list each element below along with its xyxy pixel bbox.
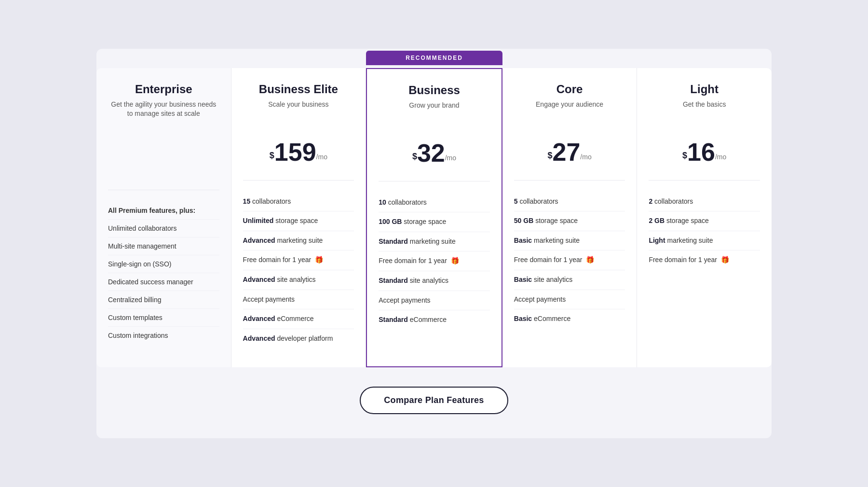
list-item: Centralized billing — [108, 291, 219, 309]
list-item: Light marketing suite — [649, 231, 760, 251]
plan-price-light: $ 16 /mo — [649, 136, 760, 165]
list-item: Basic site analytics — [514, 270, 625, 290]
gift-icon: 🎁 — [721, 255, 729, 265]
list-item: Standard site analytics — [379, 271, 490, 291]
feature-list-light: 2 collaborators2 GB storage spaceLight m… — [649, 192, 760, 270]
list-item: Basic marketing suite — [514, 231, 625, 251]
price-amount-core: 27 — [552, 139, 580, 165]
price-dollar-business: $ — [412, 152, 417, 162]
price-amount-light: 16 — [687, 139, 715, 165]
price-period-core: /mo — [580, 153, 591, 161]
list-item: Single-sign on (SSO) — [108, 255, 219, 273]
plan-col-enterprise: EnterpriseGet the agility your business … — [96, 68, 231, 368]
list-item: Advanced developer platform — [243, 329, 354, 348]
plans-container: EnterpriseGet the agility your business … — [96, 68, 772, 368]
plan-col-light: LightGet the basics $ 16 /mo 2 collabora… — [637, 68, 772, 368]
compare-plan-features-button[interactable]: Compare Plan Features — [360, 387, 508, 414]
plan-tagline-business-elite: Scale your business — [243, 100, 354, 124]
list-item: Free domain for 1 year 🎁 — [243, 250, 354, 270]
plan-tagline-business: Grow your brand — [379, 101, 490, 125]
plan-col-business-elite: Business EliteScale your business $ 159 … — [231, 68, 366, 368]
list-item: 2 collaborators — [649, 192, 760, 212]
plan-name-enterprise: Enterprise — [108, 83, 219, 96]
gift-icon: 🎁 — [586, 255, 594, 265]
plan-tagline-light: Get the basics — [649, 100, 760, 124]
feature-list-business: 10 collaborators100 GB storage spaceStan… — [379, 193, 490, 330]
list-item: All Premium features, plus: — [108, 202, 219, 220]
divider-business — [379, 181, 490, 181]
list-item: Accept payments — [514, 290, 625, 310]
compare-btn-container: Compare Plan Features — [360, 387, 508, 414]
list-item: Standard marketing suite — [379, 232, 490, 252]
divider-business-elite — [243, 180, 354, 181]
list-item: Dedicated success manager — [108, 273, 219, 291]
plan-col-core: CoreEngage your audience $ 27 /mo 5 coll… — [502, 68, 637, 368]
list-item: 15 collaborators — [243, 192, 354, 212]
plan-name-business-elite: Business Elite — [243, 83, 354, 96]
plan-price-business-elite: $ 159 /mo — [243, 136, 354, 165]
plan-col-business: RECOMMENDEDBusinessGrow your brand $ 32 … — [366, 68, 502, 368]
list-item: 50 GB storage space — [514, 211, 625, 231]
price-amount-business: 32 — [417, 140, 445, 166]
divider-enterprise — [108, 190, 219, 190]
list-item: Accept payments — [243, 290, 354, 310]
feature-list-core: 5 collaborators50 GB storage spaceBasic … — [514, 192, 625, 329]
list-item: Unlimited storage space — [243, 211, 354, 231]
list-item: 10 collaborators — [379, 193, 490, 213]
plan-name-light: Light — [649, 83, 760, 96]
list-item: Custom templates — [108, 309, 219, 327]
list-item: Accept payments — [379, 291, 490, 311]
list-item: Advanced site analytics — [243, 270, 354, 290]
price-dollar-core: $ — [547, 151, 552, 161]
recommended-badge: RECOMMENDED — [366, 51, 502, 65]
plan-name-core: Core — [514, 83, 625, 96]
plan-price-core: $ 27 /mo — [514, 136, 625, 165]
list-item: Basic eCommerce — [514, 309, 625, 329]
plan-tagline-enterprise: Get the agility your business needs to m… — [108, 100, 219, 124]
enterprise-features: All Premium features, plus:Unlimited col… — [108, 202, 219, 344]
list-item: Custom integrations — [108, 327, 219, 344]
list-item: Multi-site management — [108, 237, 219, 255]
list-item: Advanced marketing suite — [243, 231, 354, 251]
pricing-wrapper: EnterpriseGet the agility your business … — [96, 49, 772, 439]
plan-price-enterprise — [108, 136, 219, 174]
plan-price-business: $ 32 /mo — [379, 137, 490, 166]
list-item: 100 GB storage space — [379, 212, 490, 232]
gift-icon: 🎁 — [451, 256, 459, 266]
divider-core — [514, 180, 625, 181]
divider-light — [649, 180, 760, 181]
price-dollar-light: $ — [682, 151, 687, 161]
gift-icon: 🎁 — [315, 255, 323, 265]
price-amount-business-elite: 159 — [274, 139, 316, 165]
list-item: Unlimited collaborators — [108, 220, 219, 237]
price-dollar-business-elite: $ — [270, 151, 274, 161]
list-item: 5 collaborators — [514, 192, 625, 212]
price-period-business-elite: /mo — [316, 153, 327, 161]
list-item: Advanced eCommerce — [243, 309, 354, 329]
feature-list-business-elite: 15 collaboratorsUnlimited storage spaceA… — [243, 192, 354, 348]
list-item: Free domain for 1 year 🎁 — [649, 250, 760, 270]
list-item: Free domain for 1 year 🎁 — [379, 251, 490, 271]
list-item: 2 GB storage space — [649, 211, 760, 231]
price-period-business: /mo — [445, 154, 456, 162]
plan-tagline-core: Engage your audience — [514, 100, 625, 124]
list-item: Standard eCommerce — [379, 310, 490, 330]
plans-outer: EnterpriseGet the agility your business … — [96, 49, 772, 368]
plan-name-business: Business — [379, 83, 490, 97]
list-item: Free domain for 1 year 🎁 — [514, 250, 625, 270]
price-period-light: /mo — [715, 153, 726, 161]
